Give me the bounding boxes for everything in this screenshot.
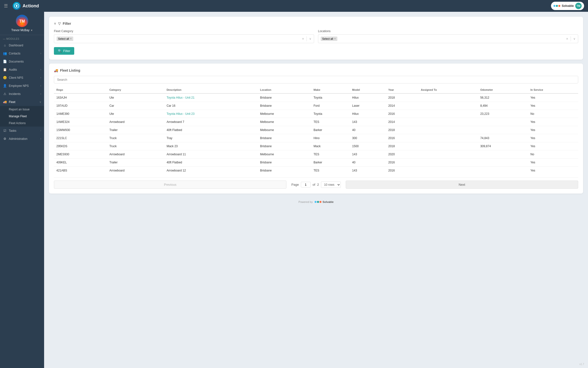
cell-in-service: No bbox=[528, 110, 578, 118]
cell-year: 2018 bbox=[386, 142, 418, 150]
filter-collapse-icon[interactable]: ∨ bbox=[54, 22, 56, 25]
filter-funnel-icon: ▽ bbox=[58, 22, 61, 26]
cell-category: Trailer bbox=[107, 126, 164, 134]
cell-category: Car bbox=[107, 102, 164, 110]
fleet-category-label: Fleet Category bbox=[54, 29, 314, 33]
sidebar-item-dashboard[interactable]: ⌂ Dashboard bbox=[0, 41, 44, 49]
cell-make: Hino bbox=[311, 134, 350, 142]
cell-assigned-to bbox=[418, 126, 478, 134]
filter-grid: Fleet Category Select all × × ∨ Location… bbox=[54, 29, 578, 43]
topnav-right: Solvable TM bbox=[551, 2, 584, 10]
page-number-input[interactable] bbox=[301, 182, 311, 187]
cell-year: 2020 bbox=[386, 150, 418, 158]
sidebar-label-audits: Audits bbox=[9, 68, 17, 71]
cell-model: 300 bbox=[350, 134, 386, 142]
dashboard-icon: ⌂ bbox=[3, 43, 7, 47]
hamburger-icon[interactable]: ☰ bbox=[4, 3, 8, 9]
sidebar-item-report-issue[interactable]: Report an Issue bbox=[0, 106, 44, 113]
cell-year: 2016 bbox=[386, 167, 418, 175]
col-location: Location bbox=[257, 86, 311, 93]
description-text: Arrowboard 7 bbox=[167, 120, 184, 124]
cell-rego: 295KDS bbox=[54, 142, 107, 150]
main-content: ∨ ▽ Filter Fleet Category Select all × ×… bbox=[44, 12, 588, 368]
contacts-icon: 👥 bbox=[3, 52, 7, 55]
cell-location: Melbourne bbox=[257, 110, 311, 118]
sidebar-item-contacts[interactable]: 👥 Contacts › bbox=[0, 49, 44, 57]
description-link[interactable]: Toyota Hilux - Unit 23 bbox=[167, 112, 195, 116]
fleet-category-arrow-icon[interactable]: ∨ bbox=[309, 37, 311, 40]
cell-model: 143 bbox=[350, 150, 386, 158]
page-label: Page bbox=[291, 183, 299, 186]
cell-year: 2018 bbox=[386, 93, 418, 102]
search-input[interactable] bbox=[54, 76, 578, 83]
prev-button[interactable]: Previous bbox=[54, 181, 286, 189]
cell-rego: 1SMW930 bbox=[54, 126, 107, 134]
incidents-icon: ⚠ bbox=[3, 92, 7, 96]
client-nps-icon: 😊 bbox=[3, 76, 7, 79]
table-row: 221SLC Truck Tray Brisbane Hino 300 2016… bbox=[54, 134, 578, 142]
fleet-table-body: 163AJH Ute Toyota Hilux - Unit 21 Brisba… bbox=[54, 93, 578, 174]
sidebar-item-incidents[interactable]: ⚠ Incidents › bbox=[0, 90, 44, 98]
cell-year: 2016 bbox=[386, 158, 418, 167]
sidebar-item-tasks[interactable]: ☑ Tasks › bbox=[0, 127, 44, 135]
sidebar-item-audits[interactable]: 📋 Audits › bbox=[0, 66, 44, 74]
rows-per-page-select[interactable]: 10 rows 25 rows 50 rows bbox=[321, 182, 341, 188]
cell-description: Mack 23 bbox=[164, 142, 258, 150]
user-name[interactable]: Trevor McBay ▼ bbox=[11, 28, 33, 32]
description-link[interactable]: Toyota Hilux - Unit 21 bbox=[167, 96, 195, 99]
app-logo: Actiond bbox=[13, 2, 39, 10]
cell-make: Mack bbox=[311, 142, 350, 150]
solvable-badge: Solvable TM bbox=[551, 2, 584, 10]
locations-label: Locations bbox=[318, 29, 578, 33]
cell-model: 40 bbox=[350, 158, 386, 167]
cell-in-service: Yes bbox=[528, 126, 578, 134]
col-model: Model bbox=[350, 86, 386, 93]
administration-chevron-icon: › bbox=[40, 137, 41, 140]
cell-year: 2018 bbox=[386, 126, 418, 134]
modules-label: — MODULES bbox=[0, 35, 44, 41]
fleet-category-tag: Select all × bbox=[57, 37, 73, 41]
cell-model: Hilux bbox=[350, 93, 386, 102]
audits-icon: 📋 bbox=[3, 68, 7, 71]
filter-header: ∨ ▽ Filter bbox=[54, 22, 578, 26]
sidebar-item-fleet[interactable]: 🚚 Fleet ∨ bbox=[0, 98, 44, 106]
sidebar-item-documents[interactable]: 📄 Documents bbox=[0, 57, 44, 66]
fleet-icon: 🚚 bbox=[3, 100, 7, 104]
col-in-service: In Service bbox=[528, 86, 578, 93]
sidebar-user: TM Trevor McBay ▼ bbox=[0, 12, 44, 35]
cell-rego: 1AME390 bbox=[54, 110, 107, 118]
locations-select[interactable]: Select all × × ∨ bbox=[318, 34, 578, 43]
cell-model: Laser bbox=[350, 102, 386, 110]
fleet-category-clear-icon[interactable]: × bbox=[302, 37, 304, 41]
sidebar-label-documents: Documents bbox=[9, 60, 24, 63]
sidebar-item-client-nps[interactable]: 😊 Client NPS › bbox=[0, 74, 44, 82]
filter-button[interactable]: 🔍 Filter bbox=[54, 47, 74, 55]
locations-clear-tag[interactable]: × bbox=[334, 37, 336, 40]
description-text: Tray bbox=[167, 136, 172, 140]
fleet-category-field: Fleet Category Select all × × ∨ bbox=[54, 29, 314, 43]
locations-clear-icon[interactable]: × bbox=[566, 37, 568, 41]
cell-in-service: Yes bbox=[528, 158, 578, 167]
cell-in-service: Yes bbox=[528, 167, 578, 175]
fleet-category-select[interactable]: Select all × × ∨ bbox=[54, 34, 314, 43]
sidebar-item-employee-nps[interactable]: 👤 Employee NPS › bbox=[0, 82, 44, 90]
fleet-category-clear-tag[interactable]: × bbox=[70, 37, 72, 40]
cell-odometer bbox=[478, 150, 528, 158]
cell-category: Truck bbox=[107, 142, 164, 150]
cell-description: 40ft Flatbed bbox=[164, 158, 258, 167]
svg-text:TM: TM bbox=[19, 19, 25, 23]
description-text: Arrowboard 12 bbox=[167, 169, 186, 172]
locations-arrow-icon[interactable]: ∨ bbox=[573, 37, 576, 40]
locations-field: Locations Select all × × ∨ bbox=[318, 29, 578, 43]
cell-make: Ford bbox=[311, 102, 350, 110]
next-button[interactable]: Next bbox=[346, 181, 578, 189]
description-text: 40ft Flatbed bbox=[167, 128, 182, 132]
fleet-table: Rego Category Description Location Make … bbox=[54, 86, 578, 174]
sidebar-item-administration[interactable]: ⚙ Administration › bbox=[0, 135, 44, 143]
sidebar-label-client-nps: Client NPS bbox=[9, 76, 23, 79]
sidebar-item-manage-fleet[interactable]: Manage Fleet bbox=[0, 113, 44, 120]
cell-model: 143 bbox=[350, 167, 386, 175]
sidebar-item-fleet-actions[interactable]: Fleet Actions bbox=[0, 120, 44, 127]
cell-odometer: 23,223 bbox=[478, 110, 528, 118]
main-layout: TM Trevor McBay ▼ — MODULES ⌂ Dashboard … bbox=[0, 12, 588, 368]
